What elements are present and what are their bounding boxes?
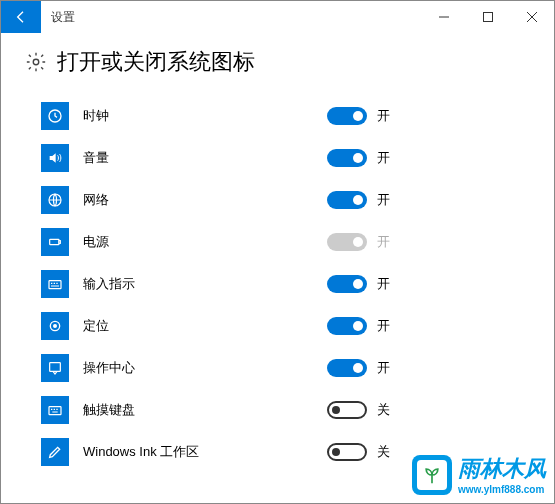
power-icon xyxy=(41,228,69,256)
svg-rect-1 xyxy=(484,13,493,22)
toggle-knob xyxy=(353,111,363,121)
toggle-state-label: 开 xyxy=(377,149,390,167)
page-title: 打开或关闭系统图标 xyxy=(57,47,255,77)
toggle-state-label: 开 xyxy=(377,275,390,293)
watermark: 雨林木风 www.ylmf888.com xyxy=(412,454,546,495)
toggle-state-label: 关 xyxy=(377,443,390,461)
watermark-text: 雨林木风 xyxy=(458,454,546,484)
svg-rect-12 xyxy=(50,363,61,372)
toggle-knob xyxy=(353,153,363,163)
setting-item-location: 定位开 xyxy=(25,305,530,347)
setting-item-action-center: 操作中心开 xyxy=(25,347,530,389)
toggle-wrap: 开 xyxy=(327,107,390,125)
toggle-state-label: 开 xyxy=(377,317,390,335)
setting-item-ime: 输入指示开 xyxy=(25,263,530,305)
toggle-clock[interactable] xyxy=(327,107,367,125)
toggle-state-label: 开 xyxy=(377,233,390,251)
action-center-icon xyxy=(41,354,69,382)
ime-icon xyxy=(41,270,69,298)
setting-item-power: 电源开 xyxy=(25,221,530,263)
toggle-wrap: 关 xyxy=(327,443,390,461)
content-area: 打开或关闭系统图标 时钟开音量开网络开电源开输入指示开定位开操作中心开触摸键盘关… xyxy=(1,33,554,473)
setting-item-touch-keyboard: 触摸键盘关 xyxy=(25,389,530,431)
toggle-knob xyxy=(353,279,363,289)
toggle-power xyxy=(327,233,367,251)
setting-label: 网络 xyxy=(83,191,109,209)
toggle-volume[interactable] xyxy=(327,149,367,167)
windows-ink-icon xyxy=(41,438,69,466)
toggle-knob xyxy=(332,406,340,414)
maximize-button[interactable] xyxy=(466,1,510,33)
toggle-wrap: 开 xyxy=(327,317,390,335)
svg-rect-7 xyxy=(50,239,59,244)
minimize-icon xyxy=(439,12,449,22)
location-icon xyxy=(41,312,69,340)
window-controls xyxy=(422,1,554,33)
volume-icon xyxy=(41,144,69,172)
arrow-left-icon xyxy=(13,9,29,25)
toggle-location[interactable] xyxy=(327,317,367,335)
toggle-state-label: 开 xyxy=(377,107,390,125)
clock-icon xyxy=(41,102,69,130)
window-title: 设置 xyxy=(51,9,75,26)
toggle-network[interactable] xyxy=(327,191,367,209)
svg-rect-13 xyxy=(49,407,61,415)
watermark-url: www.ylmf888.com xyxy=(458,484,546,495)
network-icon xyxy=(41,186,69,214)
toggle-state-label: 开 xyxy=(377,359,390,377)
back-button[interactable] xyxy=(1,1,41,33)
toggle-wrap: 关 xyxy=(327,401,390,419)
setting-label: 定位 xyxy=(83,317,109,335)
setting-label: 时钟 xyxy=(83,107,109,125)
toggle-wrap: 开 xyxy=(327,359,390,377)
toggle-knob xyxy=(353,195,363,205)
setting-label: 音量 xyxy=(83,149,109,167)
toggle-state-label: 开 xyxy=(377,191,390,209)
setting-label: 操作中心 xyxy=(83,359,135,377)
maximize-icon xyxy=(483,12,493,22)
toggle-ime[interactable] xyxy=(327,275,367,293)
toggle-wrap: 开 xyxy=(327,233,390,251)
close-button[interactable] xyxy=(510,1,554,33)
setting-item-network: 网络开 xyxy=(25,179,530,221)
toggle-knob xyxy=(332,448,340,456)
toggle-windows-ink[interactable] xyxy=(327,443,367,461)
toggle-knob xyxy=(353,321,363,331)
setting-item-volume: 音量开 xyxy=(25,137,530,179)
close-icon xyxy=(527,12,537,22)
toggle-knob xyxy=(353,363,363,373)
toggle-knob xyxy=(353,237,363,247)
watermark-logo xyxy=(412,455,452,495)
settings-list: 时钟开音量开网络开电源开输入指示开定位开操作中心开触摸键盘关Windows In… xyxy=(25,95,530,473)
setting-label: 触摸键盘 xyxy=(83,401,135,419)
gear-icon xyxy=(25,51,47,73)
toggle-action-center[interactable] xyxy=(327,359,367,377)
titlebar: 设置 xyxy=(1,1,554,33)
toggle-state-label: 关 xyxy=(377,401,390,419)
page-heading: 打开或关闭系统图标 xyxy=(25,47,530,77)
touch-keyboard-icon xyxy=(41,396,69,424)
svg-point-4 xyxy=(33,59,39,65)
toggle-wrap: 开 xyxy=(327,191,390,209)
svg-rect-9 xyxy=(49,281,61,289)
setting-label: 电源 xyxy=(83,233,109,251)
svg-rect-8 xyxy=(59,241,60,244)
toggle-wrap: 开 xyxy=(327,275,390,293)
setting-item-clock: 时钟开 xyxy=(25,95,530,137)
minimize-button[interactable] xyxy=(422,1,466,33)
watermark-text-group: 雨林木风 www.ylmf888.com xyxy=(458,454,546,495)
svg-point-11 xyxy=(54,325,57,328)
sprout-icon xyxy=(422,465,442,485)
setting-label: Windows Ink 工作区 xyxy=(83,443,199,461)
setting-label: 输入指示 xyxy=(83,275,135,293)
toggle-touch-keyboard[interactable] xyxy=(327,401,367,419)
toggle-wrap: 开 xyxy=(327,149,390,167)
